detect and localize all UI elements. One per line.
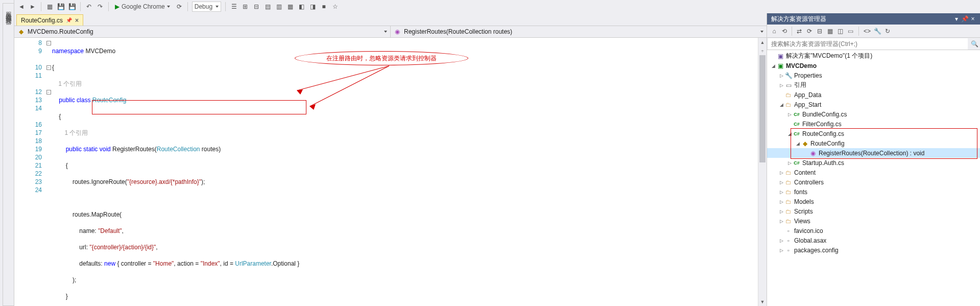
- properties-icon[interactable]: ◫: [836, 27, 844, 35]
- tree-item-label: Content: [794, 169, 816, 176]
- start-debug-button[interactable]: ▶ Google Chrome: [113, 1, 172, 12]
- tree-item[interactable]: ◢▣MVCDemo: [767, 61, 980, 70]
- document-tab-routeconfig[interactable]: RouteConfig.cs 📌 ×: [16, 14, 83, 26]
- code-editor[interactable]: 891011121314161718192021222324 − − − nam…: [14, 38, 767, 306]
- refresh-icon[interactable]: ⟳: [805, 27, 814, 35]
- save-icon[interactable]: 💾: [57, 3, 65, 11]
- pin-icon[interactable]: 📌: [66, 17, 72, 23]
- chevron-right-icon[interactable]: ▷: [786, 112, 793, 117]
- close-icon[interactable]: ×: [969, 15, 977, 22]
- editor-scrollbar[interactable]: ▲ ÷ ▼: [758, 38, 767, 306]
- nav-fwd-icon[interactable]: ►: [29, 3, 37, 11]
- tree-item[interactable]: ▷🔧Properties: [767, 70, 980, 80]
- project-icon: ▣: [776, 62, 784, 70]
- code-icon[interactable]: <>: [863, 27, 871, 35]
- chevron-right-icon[interactable]: ▷: [778, 83, 784, 88]
- fold-column[interactable]: − − −: [45, 38, 52, 306]
- toolbar-icon[interactable]: ▦: [286, 3, 294, 11]
- tree-item[interactable]: ▷C#FilterConfig.cs: [767, 119, 980, 129]
- play-icon: ▶: [115, 3, 119, 10]
- save-all-icon[interactable]: 💾: [68, 3, 76, 11]
- undo-icon[interactable]: ↶: [85, 3, 93, 11]
- browser-refresh-icon[interactable]: ⟳: [175, 3, 183, 11]
- search-icon[interactable]: 🔍: [969, 40, 980, 48]
- toolbar-icon[interactable]: ☆: [331, 3, 339, 11]
- collapse-icon[interactable]: ⊟: [816, 27, 824, 35]
- chevron-right-icon[interactable]: ▷: [786, 160, 793, 166]
- tree-item[interactable]: ▷🗀Scripts: [767, 206, 980, 216]
- scroll-up-icon[interactable]: ▲: [758, 38, 767, 46]
- toolbar-icon[interactable]: ◨: [308, 3, 317, 11]
- toolbar-icon[interactable]: ☰: [230, 3, 238, 11]
- split-icon[interactable]: ÷: [758, 46, 767, 55]
- member-nav-dropdown[interactable]: ◉ RegisterRoutes(RouteCollection routes): [391, 26, 767, 37]
- cs-icon: C#: [793, 130, 801, 138]
- chevron-right-icon[interactable]: ▷: [778, 199, 784, 204]
- config-select[interactable]: Debug: [192, 2, 221, 12]
- toolbar-icon[interactable]: ■: [320, 3, 328, 11]
- tree-item[interactable]: ▷◉RegisterRoutes(RouteCollection) : void: [767, 148, 980, 158]
- tree-item-label: Properties: [794, 72, 822, 79]
- tree-item[interactable]: ▷▣解决方案"MVCDemo"(1 个项目): [767, 51, 980, 61]
- chevron-right-icon[interactable]: ▷: [778, 170, 784, 175]
- tree-item[interactable]: ◢🗀App_Start: [767, 100, 980, 109]
- tree-item[interactable]: ▷▫Global.asax: [767, 236, 980, 245]
- tree-item[interactable]: ▷🗀Content: [767, 168, 980, 177]
- toolbar-icon[interactable]: ◧: [297, 3, 305, 11]
- tree-item[interactable]: ▷🗀Views: [767, 216, 980, 226]
- tree-item[interactable]: ▷🗀App_Data: [767, 90, 980, 100]
- code-content[interactable]: namespace MVCDemo { 1 个引用 public class R…: [52, 38, 767, 306]
- scroll-down-icon[interactable]: ▼: [758, 297, 767, 306]
- pin-icon[interactable]: 📌: [961, 15, 969, 22]
- tree-item[interactable]: ▷C#BundleConfig.cs: [767, 109, 980, 119]
- chevron-right-icon[interactable]: ▷: [778, 219, 784, 224]
- back-icon[interactable]: ⟲: [780, 27, 788, 35]
- tab-label: RouteConfig.cs: [21, 17, 63, 24]
- chevron-down-icon[interactable]: ◢: [795, 141, 801, 146]
- solution-explorer-panel: 解决方案资源管理器 ▾ 📌 × ⌂ ⟲ ⇄ ⟳ ⊟ ▦ ◫ ▭ <> 🔧 ↻ 🔍…: [767, 13, 980, 306]
- chevron-right-icon[interactable]: ▷: [778, 73, 784, 78]
- close-icon[interactable]: ×: [75, 17, 79, 24]
- chevron-right-icon[interactable]: ▷: [778, 248, 784, 253]
- home-icon[interactable]: ⌂: [770, 27, 778, 35]
- type-nav-dropdown[interactable]: ◆ MVCDemo.RouteConfig: [14, 26, 391, 37]
- toolbar-icon[interactable]: ⊟: [252, 3, 260, 11]
- tree-item[interactable]: ▷🗀fonts: [767, 187, 980, 197]
- tree-item-label: Global.asax: [794, 237, 826, 244]
- show-all-icon[interactable]: ▦: [826, 27, 834, 35]
- server-explorer-tab[interactable]: 服务器资源管理器: [3, 3, 14, 306]
- solution-tree[interactable]: ▷▣解决方案"MVCDemo"(1 个项目)◢▣MVCDemo▷🔧Propert…: [767, 50, 980, 306]
- tree-item[interactable]: ◢◆RouteConfig: [767, 138, 980, 148]
- refresh2-icon[interactable]: ↻: [883, 27, 892, 35]
- redo-icon[interactable]: ↷: [96, 3, 104, 11]
- preview-icon[interactable]: ▭: [846, 27, 854, 35]
- wrench-icon[interactable]: 🔧: [873, 27, 881, 35]
- chevron-down-icon[interactable]: ◢: [786, 131, 793, 136]
- tree-item[interactable]: ▷▭引用: [767, 80, 980, 90]
- tree-item[interactable]: ▷▫packages.config: [767, 245, 980, 255]
- tree-item[interactable]: ▷🗀Controllers: [767, 177, 980, 187]
- chevron-down-icon[interactable]: ◢: [770, 63, 776, 68]
- chevron-right-icon[interactable]: ▷: [778, 190, 784, 195]
- toolbar-icon[interactable]: ▥: [275, 3, 283, 11]
- tree-item-label: favicon.ico: [794, 227, 823, 234]
- search-input[interactable]: [768, 38, 968, 50]
- panel-titlebar[interactable]: 解决方案资源管理器 ▾ 📌 ×: [767, 13, 980, 25]
- tree-item[interactable]: ▷🗀Models: [767, 197, 980, 206]
- chevron-right-icon[interactable]: ▷: [778, 180, 784, 185]
- chevron-right-icon[interactable]: ▷: [778, 238, 784, 243]
- tree-item-label: App_Data: [794, 91, 821, 99]
- toolbar-icon[interactable]: ⊞: [241, 3, 249, 11]
- tree-item[interactable]: ◢C#RouteConfig.cs: [767, 129, 980, 138]
- chevron-down-icon[interactable]: ◢: [778, 102, 784, 107]
- tree-item[interactable]: ▷C#Startup.Auth.cs: [767, 158, 980, 168]
- sync-icon[interactable]: ⇄: [795, 27, 803, 35]
- nav-back-icon[interactable]: ◄: [17, 3, 26, 11]
- toolbar-icon[interactable]: ▤: [264, 3, 272, 11]
- annotation-text: 在注册路由时，忽略资源类请求到控制器: [326, 54, 437, 62]
- tree-item-label: RouteConfig.cs: [802, 130, 844, 137]
- new-project-icon[interactable]: ▦: [45, 3, 54, 11]
- tree-item[interactable]: ▷▫favicon.ico: [767, 226, 980, 236]
- panel-menu-icon[interactable]: ▾: [952, 15, 961, 22]
- chevron-right-icon[interactable]: ▷: [778, 209, 784, 214]
